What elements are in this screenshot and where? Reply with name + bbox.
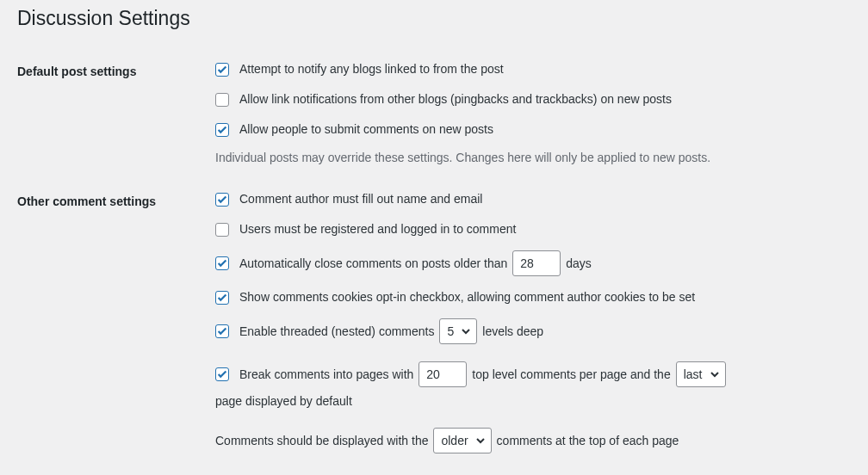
label-require-registration[interactable]: Users must be registered and logged in t… [239,220,516,238]
checkbox-require-registration[interactable] [215,223,229,237]
select-threaded-value: 5 [447,323,454,341]
label-paginate-before[interactable]: Break comments into pages with [239,366,413,384]
check-icon [216,124,228,136]
select-comment-order-value: older [441,432,468,450]
chevron-down-icon [475,435,486,446]
label-paginate-mid: top level comments per page and the [472,366,670,384]
checkbox-paginate[interactable] [215,367,229,381]
label-notify-blogs[interactable]: Attempt to notify any blogs linked to fr… [239,60,504,78]
label-threaded-before[interactable]: Enable threaded (nested) comments [239,323,434,341]
label-order-before: Comments should be displayed with the [215,432,428,450]
input-paginate-perpage[interactable] [418,361,467,387]
chevron-down-icon [710,369,720,379]
check-icon [216,64,228,76]
select-threaded-levels[interactable]: 5 [439,318,477,344]
check-icon [216,325,228,337]
default-post-note: Individual posts may override these sett… [215,151,842,164]
check-icon [216,292,228,304]
checkbox-auto-close[interactable] [215,256,229,270]
label-allow-comments[interactable]: Allow people to submit comments on new p… [239,120,493,139]
checkbox-cookies-optin[interactable] [215,291,229,305]
check-icon [216,368,228,380]
page-title: Discussion Settings [17,7,851,30]
label-cookies-optin[interactable]: Show comments cookies opt-in checkbox, a… [239,288,695,306]
select-comment-order[interactable]: older [433,428,491,453]
chevron-down-icon [461,326,471,336]
select-page-default-value: last [684,366,703,384]
check-icon [216,257,228,269]
checkbox-allow-comments[interactable] [215,123,229,137]
section-heading-other-comment: Other comment settings [17,177,207,466]
section-heading-email-me: Email me whenever [17,466,207,475]
label-order-after: comments at the top of each page [497,432,679,450]
checkbox-require-name-email[interactable] [215,193,229,207]
checkbox-notify-blogs[interactable] [215,63,229,77]
label-threaded-after: levels deep [482,323,543,341]
check-icon [216,194,228,206]
label-allow-pingbacks[interactable]: Allow link notifications from other blog… [239,90,672,108]
select-page-default[interactable]: last [676,361,726,387]
input-auto-close-days[interactable] [512,250,561,276]
label-auto-close-after: days [566,255,592,273]
section-heading-default-post: Default post settings [17,47,207,177]
checkbox-threaded[interactable] [215,324,229,338]
checkbox-allow-pingbacks[interactable] [215,93,229,107]
label-require-name-email[interactable]: Comment author must fill out name and em… [239,190,482,208]
label-auto-close-before[interactable]: Automatically close comments on posts ol… [239,255,507,273]
label-paginate-after: page displayed by default [215,392,352,410]
